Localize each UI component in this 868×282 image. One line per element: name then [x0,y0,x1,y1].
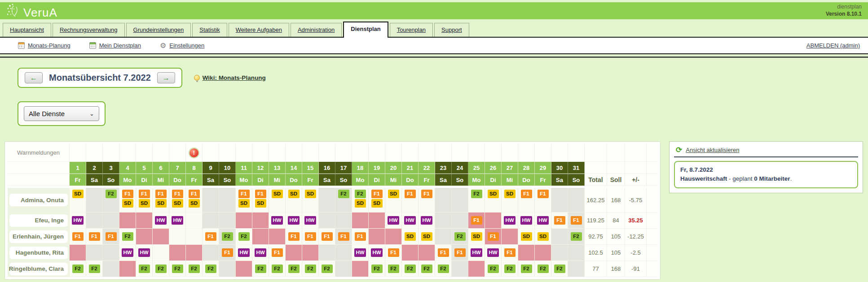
day-header-24[interactable]: 24 [452,162,468,174]
shift-cell-day-4[interactable]: HW [119,245,136,261]
shift-cell-day-3[interactable]: F2 [103,188,119,213]
shift-badge-sd[interactable]: SD [504,190,516,198]
shift-badge-hw[interactable]: HW [504,216,515,225]
shift-cell-day-15[interactable]: F2 [302,261,319,277]
shift-cell-day-15[interactable]: HW [302,213,319,229]
shift-cell-day-14[interactable]: SD [286,188,302,213]
day-header-3[interactable]: 3 [103,162,119,174]
shift-cell-day-1[interactable]: SD [70,188,86,213]
shift-badge-f1[interactable]: F1 [471,216,482,225]
day-header-18[interactable]: 18 [352,162,369,174]
shift-cell-day-19[interactable]: F1SD [369,188,385,213]
shift-cell-day-27[interactable]: SD [502,188,518,213]
shift-cell-day-6[interactable]: F1SD [153,188,169,213]
shift-cell-day-2[interactable] [86,245,103,261]
shift-cell-day-11[interactable]: HW [236,245,252,261]
shift-cell-day-19[interactable] [369,229,385,245]
shift-badge-f2[interactable]: F2 [554,265,565,273]
tab-tourenplan[interactable]: Tourenplan [390,23,433,37]
shift-cell-day-8[interactable] [186,229,203,245]
shift-cell-day-20[interactable]: SD [385,188,402,213]
shift-cell-day-29[interactable]: F2 [535,261,551,277]
shift-badge-hw[interactable]: HW [172,216,183,225]
shift-badge-f2[interactable]: F2 [471,190,482,198]
shift-cell-day-28[interactable]: F1 [518,188,535,213]
tab-weitere-aufgaben[interactable]: Weitere Aufgaben [229,23,289,37]
shift-badge-sd[interactable]: SD [488,190,499,198]
shift-badge-f1[interactable]: F1 [538,190,549,198]
shift-badge-f1[interactable]: F1 [172,190,183,198]
shift-badge-hw[interactable]: HW [304,216,316,225]
shift-badge-hw[interactable]: HW [238,248,249,257]
shift-cell-day-23[interactable]: F1 [435,245,452,261]
shift-badge-sd[interactable]: SD [189,199,200,208]
shift-cell-day-31[interactable] [568,245,585,261]
shift-cell-day-17[interactable] [335,261,352,277]
shift-cell-day-31[interactable] [568,188,585,213]
shift-cell-day-24[interactable] [452,261,468,277]
shift-cell-day-21[interactable]: HW [402,213,419,229]
day-header-15[interactable]: 15 [302,162,319,174]
shift-cell-day-4[interactable]: F2 [119,229,136,245]
shift-badge-f1[interactable]: F1 [521,190,532,198]
shift-cell-day-26[interactable]: F1 [485,229,502,245]
shift-badge-sd[interactable]: SD [388,190,399,198]
day-header-20[interactable]: 20 [385,162,402,174]
shift-badge-f2[interactable]: F2 [388,265,399,273]
shift-badge-f2[interactable]: F2 [72,265,84,273]
shift-cell-day-7[interactable]: F1SD [169,188,186,213]
shift-cell-day-1[interactable]: F2 [70,261,86,277]
shift-cell-day-14[interactable] [286,245,302,261]
shift-badge-f1[interactable]: F1 [355,232,366,241]
day-header-19[interactable]: 19 [369,162,385,174]
shift-badge-f1[interactable]: F1 [438,248,449,257]
day-header-27[interactable]: 27 [502,162,518,174]
shift-badge-f1[interactable]: F1 [388,248,399,257]
shift-badge-sd[interactable]: SD [272,190,283,198]
shift-cell-day-4[interactable] [119,213,136,229]
day-header-17[interactable]: 17 [335,162,352,174]
shift-cell-day-14[interactable]: F2 [286,261,302,277]
shift-cell-day-18[interactable] [352,213,369,229]
shift-badge-hw[interactable]: HW [354,248,366,257]
shift-cell-day-20[interactable] [385,229,402,245]
monats-planung-button[interactable]: Monats-Planung [18,42,70,49]
shift-cell-day-28[interactable] [518,245,535,261]
shift-cell-day-22[interactable]: SD [419,229,435,245]
shift-cell-day-24[interactable] [452,188,468,213]
shift-badge-f2[interactable]: F2 [454,232,466,241]
warning-icon[interactable]: ! [189,148,198,157]
shift-cell-day-22[interactable]: F1 [419,188,435,213]
shift-cell-day-12[interactable] [252,229,269,245]
shift-cell-day-12[interactable]: F1SD [252,188,269,213]
shift-badge-hw[interactable]: HW [487,248,498,257]
shift-cell-day-22[interactable] [419,245,435,261]
shift-badge-sd[interactable]: SD [305,190,316,198]
shift-cell-day-2[interactable] [86,213,103,229]
shift-badge-sd[interactable]: SD [355,199,366,208]
shift-cell-day-18[interactable]: F2SD [352,188,369,213]
shift-cell-day-6[interactable] [153,245,169,261]
shift-badge-sd[interactable]: SD [371,199,383,208]
day-header-7[interactable]: 7 [169,162,186,174]
shift-badge-f2[interactable]: F2 [338,190,349,198]
day-header-31[interactable]: 31 [568,162,585,174]
day-header-1[interactable]: 1 [70,162,86,174]
shift-cell-day-15[interactable]: F1 [302,229,319,245]
shift-badge-f2[interactable]: F2 [122,232,133,241]
shift-cell-day-23[interactable] [435,213,452,229]
shift-cell-day-6[interactable] [153,229,169,245]
tab-grundeinstellungen[interactable]: Grundeinstellungen [126,23,191,37]
day-header-9[interactable]: 9 [203,162,219,174]
shift-badge-f2[interactable]: F2 [139,265,150,273]
shift-badge-f2[interactable]: F2 [222,232,233,241]
shift-badge-f2[interactable]: F2 [438,265,449,273]
shift-cell-day-4[interactable] [119,261,136,277]
shift-cell-day-7[interactable] [169,245,186,261]
day-header-25[interactable]: 25 [468,162,485,174]
shift-cell-day-23[interactable] [435,229,452,245]
shift-badge-sd[interactable]: SD [139,199,150,208]
shift-cell-day-2[interactable]: F1 [86,229,103,245]
logout-link[interactable]: ABMELDEN (admin) [806,42,860,49]
shift-cell-day-16[interactable]: F2 [319,261,335,277]
